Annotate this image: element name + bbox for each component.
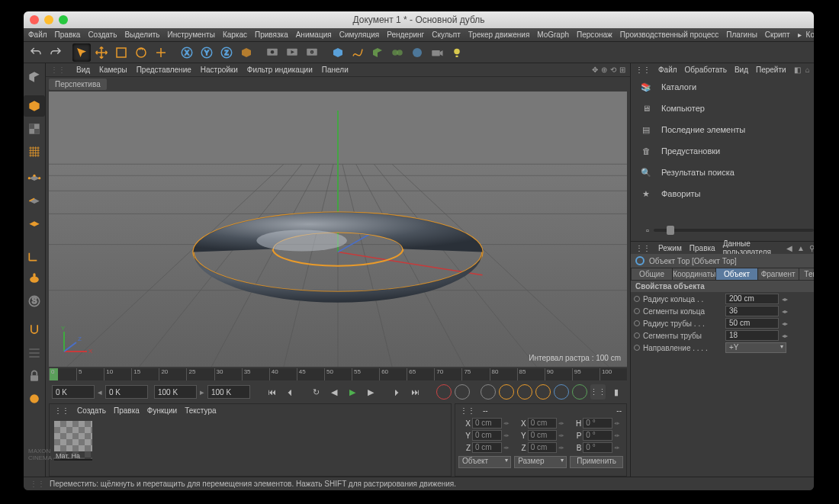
menu-sculpt[interactable]: Скульпт xyxy=(432,30,461,39)
autokey-button[interactable] xyxy=(455,384,470,400)
br-menu-view[interactable]: Вид xyxy=(735,66,748,74)
range-start[interactable]: 0 K xyxy=(52,385,95,399)
z-axis-lock[interactable]: Z xyxy=(217,43,236,62)
menu-mesh[interactable]: Каркас xyxy=(223,30,247,39)
coord-z[interactable]: 0 cm xyxy=(528,442,558,453)
browser-item-preset[interactable]: 🗑Предустановки xyxy=(638,144,814,158)
attr-menu-edit[interactable]: Правка xyxy=(690,244,715,252)
goto-start[interactable]: ⏮ xyxy=(264,384,279,400)
undo-button[interactable] xyxy=(27,43,45,62)
layout-label[interactable]: Компоновка xyxy=(806,30,814,39)
timeline-ruler[interactable]: 0510152025303540455055606570758085909510… xyxy=(49,368,627,380)
y-axis-lock[interactable]: Y xyxy=(198,43,216,62)
vp-menu-cameras[interactable]: Камеры xyxy=(99,66,127,74)
3d-viewport[interactable]: Интервал растра : 100 cm Y X Z xyxy=(49,91,627,367)
prop-1-field[interactable]: 36 xyxy=(725,306,779,316)
add-spline[interactable] xyxy=(349,43,367,62)
next-key[interactable]: ⏵ xyxy=(389,384,404,400)
scale-key[interactable] xyxy=(517,384,532,400)
texture-mode[interactable] xyxy=(24,118,45,140)
prop-2-field[interactable]: 50 cm xyxy=(725,318,779,329)
attr-back-icon[interactable]: ◀ xyxy=(786,244,792,252)
timeline-marker[interactable]: ▮ xyxy=(609,384,624,400)
attr-tab-0[interactable]: Общие xyxy=(632,268,672,280)
coord-h[interactable]: 0 ° xyxy=(583,418,612,429)
menu-simulate[interactable]: Симуляция xyxy=(339,30,380,39)
mat-menu-func[interactable]: Функции xyxy=(147,406,177,415)
vp-zoom-icon[interactable]: ⊕ xyxy=(601,66,607,74)
menu-file[interactable]: Файл xyxy=(28,30,47,39)
perspective-tab[interactable]: Перспектива xyxy=(49,79,107,90)
coord-mode-dd[interactable]: Объект xyxy=(458,456,511,468)
current-frame[interactable]: 0 K xyxy=(105,385,148,399)
grip-icon[interactable]: ⋮⋮ xyxy=(50,66,66,74)
loop-button[interactable]: ↻ xyxy=(308,384,323,400)
browser-item-star[interactable]: ★Фавориты xyxy=(638,187,814,201)
pla-key[interactable] xyxy=(572,384,587,400)
mat-menu-create[interactable]: Создать xyxy=(77,406,106,415)
menu-plugins[interactable]: Плагины xyxy=(726,30,757,39)
scale-tool[interactable] xyxy=(112,43,130,62)
x-axis-lock[interactable]: X xyxy=(178,43,196,62)
workplane-snap[interactable] xyxy=(24,342,45,364)
rot-key[interactable] xyxy=(535,384,551,400)
menu-character[interactable]: Персонаж xyxy=(577,30,612,39)
menu-script[interactable]: Скрипт xyxy=(765,30,790,39)
snap-magnet[interactable] xyxy=(24,319,45,341)
attr-up-icon[interactable]: ▲ xyxy=(797,244,805,252)
thumbnail-size-slider[interactable]: ▫ ◼ xyxy=(631,223,814,238)
record-button[interactable] xyxy=(436,384,452,400)
attr-tab-2[interactable]: Объект xyxy=(716,268,757,280)
play-back[interactable]: ◀ xyxy=(326,384,342,400)
menu-edit[interactable]: Правка xyxy=(55,30,81,39)
axis-mode[interactable] xyxy=(24,245,45,266)
br-back-icon[interactable]: ◧ xyxy=(794,66,801,74)
browser-item-computer[interactable]: 🖥Компьютер xyxy=(638,101,814,115)
br-menu-edit[interactable]: Обработать xyxy=(685,66,727,74)
point-mode[interactable] xyxy=(24,170,45,191)
menu-tools[interactable]: Инструменты xyxy=(168,30,215,39)
prop-4-dd[interactable]: +Y xyxy=(725,342,786,353)
tweak-mode[interactable] xyxy=(24,268,45,289)
br-menu-goto[interactable]: Перейти xyxy=(756,66,786,74)
vp-menu-filter[interactable]: Фильтр индикации xyxy=(247,66,313,74)
polygon-mode[interactable] xyxy=(24,216,45,237)
coord-apply[interactable]: Применить xyxy=(570,456,623,468)
menu-select[interactable]: Выделить xyxy=(124,30,159,39)
vp-menu-view[interactable]: Вид xyxy=(76,66,90,74)
add-light[interactable] xyxy=(448,43,466,62)
coord-x[interactable]: 0 cm xyxy=(472,418,502,429)
br-menu-file[interactable]: Файл xyxy=(658,66,677,74)
vp-menu-panel[interactable]: Панели xyxy=(322,66,349,74)
lock-mode[interactable] xyxy=(24,365,45,387)
attr-tab-4[interactable]: Тег Фонг xyxy=(799,268,814,280)
br-home-icon[interactable]: ⌂ xyxy=(805,66,810,74)
vp-maximize-icon[interactable]: ⊞ xyxy=(619,66,625,74)
next-frame[interactable]: ▶ xyxy=(363,384,378,400)
menu-mograph[interactable]: MoGraph xyxy=(537,30,569,39)
rotate-tool[interactable] xyxy=(132,43,150,62)
pos-key[interactable] xyxy=(499,384,514,400)
vp-menu-display[interactable]: Представление xyxy=(137,66,191,74)
param-key[interactable] xyxy=(554,384,569,400)
coord-y[interactable]: 0 cm xyxy=(528,430,558,441)
attr-search-icon[interactable]: ⚲ xyxy=(809,244,814,252)
add-environment[interactable] xyxy=(408,43,426,62)
browser-item-search[interactable]: 🔍Результаты поиска xyxy=(638,165,814,179)
mat-menu-edit[interactable]: Правка xyxy=(114,406,140,415)
render-view[interactable] xyxy=(263,43,281,62)
coord-size-dd[interactable]: Размер xyxy=(514,456,567,468)
make-editable[interactable] xyxy=(24,66,45,88)
attr-tab-3[interactable]: Фрагмент xyxy=(758,268,799,280)
viewport-solo[interactable] xyxy=(24,388,45,409)
prop-3-field[interactable]: 18 xyxy=(725,330,779,341)
goto-end[interactable]: ⏭ xyxy=(407,384,423,400)
snap-toggle[interactable]: S xyxy=(24,291,45,312)
last-tool[interactable] xyxy=(152,43,170,62)
coord-p[interactable]: 0 ° xyxy=(583,430,612,441)
menu-render[interactable]: Рендеринг xyxy=(387,30,424,39)
coord-y[interactable]: 0 cm xyxy=(472,430,502,441)
browser-item-recent[interactable]: ▤Последние элементы xyxy=(638,123,814,136)
add-camera[interactable] xyxy=(428,43,446,62)
material-slot[interactable]: Мат. На xyxy=(54,421,92,459)
